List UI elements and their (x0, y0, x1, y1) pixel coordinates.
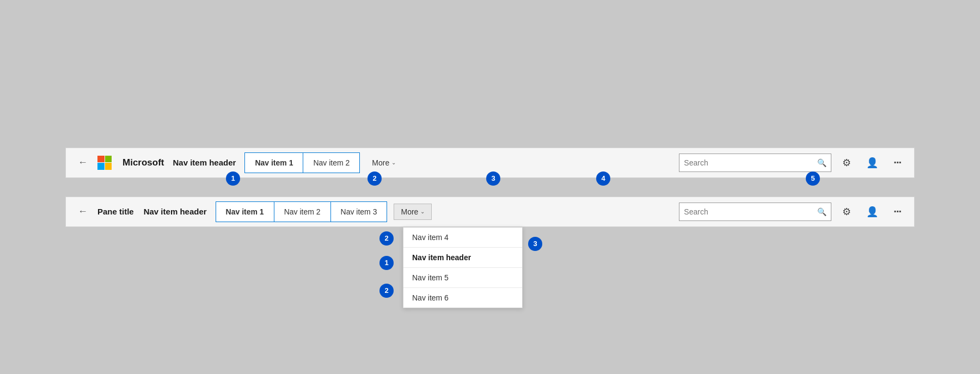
dropdown-item-nav4[interactable]: Nav item 4 (403, 228, 522, 248)
badge-2-2b: 2 (379, 284, 394, 298)
nav-tab-2-2[interactable]: Nav item 2 (274, 202, 331, 222)
user-button-1[interactable]: 👤 (862, 155, 883, 171)
nav-tab-1-1[interactable]: Nav item 1 (245, 153, 303, 173)
user-icon-1: 👤 (866, 157, 878, 169)
search-box-2: 🔍 (679, 203, 831, 221)
nav-item-header-2: Nav item header (144, 207, 207, 216)
badge-1-5: 5 (806, 171, 820, 186)
badge-2-1: 1 (379, 256, 394, 270)
ellipsis-button-1[interactable]: ··· (889, 154, 905, 171)
user-icon-2: 👤 (866, 206, 878, 218)
nav-item-header-1: Nav item header (173, 158, 236, 167)
badge-1-3: 3 (486, 171, 500, 186)
dropdown-item-nav6[interactable]: Nav item 6 (403, 288, 522, 308)
microsoft-wordmark: Microsoft (122, 157, 164, 168)
dropdown-menu: Nav item 4 Nav item header Nav item 5 Na… (403, 227, 523, 308)
dropdown-item-header: Nav item header (403, 248, 522, 268)
badge-1-2: 2 (367, 171, 382, 186)
gear-button-1[interactable]: ⚙ (838, 155, 855, 171)
search-input-1[interactable] (684, 158, 817, 167)
chevron-down-icon-2: ⌄ (420, 209, 425, 214)
chevron-down-icon: ⌄ (391, 160, 396, 165)
nav-tab-2-1[interactable]: Nav item 1 (216, 202, 274, 222)
ellipsis-icon-2: ··· (893, 205, 901, 218)
gear-button-2[interactable]: ⚙ (838, 204, 855, 220)
user-button-2[interactable]: 👤 (862, 204, 883, 220)
gear-icon-1: ⚙ (842, 157, 851, 169)
search-icon-2: 🔍 (817, 207, 826, 216)
navbar-2: ← Pane title Nav item header Nav item 1 … (65, 197, 915, 227)
ellipsis-button-2[interactable]: ··· (889, 203, 905, 220)
nav-tabs-group-2: Nav item 1 Nav item 2 Nav item 3 (216, 201, 388, 222)
search-box-1: 🔍 (679, 154, 831, 172)
nav-tabs-group-1: Nav item 1 Nav item 2 (244, 152, 360, 173)
gear-icon-2: ⚙ (842, 206, 851, 218)
more-button-1[interactable]: More ⌄ (366, 158, 401, 167)
ms-logo-grid (97, 156, 112, 170)
dropdown-item-nav5[interactable]: Nav item 5 (403, 268, 522, 288)
back-button-2[interactable]: ← (75, 204, 91, 219)
more-button-2[interactable]: More ⌄ (394, 204, 432, 220)
pane-title: Pane title (97, 207, 134, 216)
badge-2-2a: 2 (379, 231, 394, 246)
search-input-2[interactable] (684, 207, 817, 216)
badge-2-3: 3 (528, 237, 542, 251)
back-button-1[interactable]: ← (75, 155, 91, 170)
nav-tab-1-2[interactable]: Nav item 2 (303, 153, 359, 173)
search-icon-1: 🔍 (817, 158, 826, 167)
ellipsis-icon-1: ··· (893, 156, 901, 169)
badge-1-4: 4 (596, 171, 610, 186)
nav-tab-2-3[interactable]: Nav item 3 (331, 202, 387, 222)
microsoft-logo (97, 155, 113, 170)
badge-1-1: 1 (226, 171, 240, 186)
